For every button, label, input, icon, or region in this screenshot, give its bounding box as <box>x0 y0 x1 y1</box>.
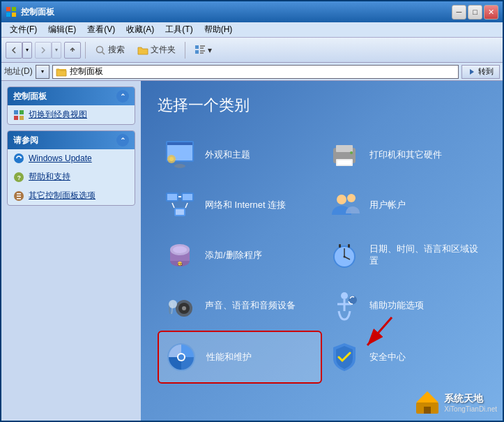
views-button[interactable]: ▾ <box>190 40 217 60</box>
svg-rect-57 <box>339 244 341 248</box>
main-window: 控制面板 ─ □ ✕ 文件(F) 编辑(E) 查看(V) 收藏(A) 工具(T)… <box>0 0 504 422</box>
sidebar-section-title-seealso: 请参阅 <box>13 135 38 146</box>
menu-tools[interactable]: 工具(T) <box>160 22 198 37</box>
category-sounds[interactable]: 声音、语音和音频设备 <box>158 280 322 331</box>
svg-point-29 <box>169 157 174 161</box>
minimize-button[interactable]: ─ <box>452 5 466 20</box>
classic-view-label: 切换到经典视图 <box>29 109 87 121</box>
sidebar-item-help[interactable]: ? 帮助和支持 <box>8 167 135 186</box>
back-button[interactable] <box>6 42 22 59</box>
categories-grid: 外观和主题 打印机和其它硬件 <box>158 130 486 384</box>
help-label: 帮助和支持 <box>29 171 70 183</box>
svg-point-49 <box>173 246 187 253</box>
menu-view[interactable]: 查看(V) <box>82 22 121 37</box>
svg-point-44 <box>337 195 346 204</box>
svg-rect-9 <box>200 50 205 52</box>
printers-icon <box>328 138 361 172</box>
sidebar-section-header-controlpanel[interactable]: 控制面板 ⌃ <box>8 87 135 105</box>
svg-rect-12 <box>56 69 66 70</box>
svg-line-5 <box>102 52 105 54</box>
svg-rect-74 <box>424 407 431 414</box>
svg-text:?: ? <box>17 174 22 181</box>
sidebar-item-windows-update[interactable]: Windows Update <box>8 149 135 167</box>
sounds-icon <box>163 289 197 322</box>
folders-button[interactable]: 文件夹 <box>132 40 181 60</box>
window-icon <box>6 6 17 17</box>
menu-file[interactable]: 文件(F) <box>4 22 43 37</box>
collapse-icon-1: ⌃ <box>116 90 129 103</box>
category-appearance[interactable]: 外观和主题 <box>158 130 322 180</box>
network-icon <box>163 188 197 222</box>
category-printers[interactable]: 打印机和其它硬件 <box>322 130 487 180</box>
search-button[interactable]: 搜索 <box>90 40 130 60</box>
svg-rect-1 <box>12 7 16 11</box>
category-datetime[interactable]: 日期、时间、语言和区域设置 <box>322 230 487 280</box>
forward-button[interactable] <box>35 42 52 59</box>
address-dropdown[interactable]: ▾ <box>36 65 49 79</box>
menu-favorites[interactable]: 收藏(A) <box>121 22 160 37</box>
addremove-icon: CD <box>163 239 197 272</box>
svg-rect-11 <box>200 52 204 54</box>
svg-rect-58 <box>348 244 350 248</box>
content-area: 控制面板 ⌃ 切换到经典视图 请参阅 ⌃ <box>1 81 503 421</box>
help-icon: ? <box>13 172 24 183</box>
svg-marker-73 <box>416 391 438 402</box>
menu-edit[interactable]: 编辑(E) <box>43 22 82 37</box>
svg-point-63 <box>341 292 348 299</box>
other-options-icon <box>13 190 24 202</box>
panel-title: 选择一个类别 <box>158 95 486 116</box>
svg-rect-15 <box>14 116 18 120</box>
svg-line-43 <box>185 203 188 208</box>
svg-rect-0 <box>6 7 10 11</box>
svg-point-69 <box>178 354 184 360</box>
sidebar-section-seealso: 请参阅 ⌃ Windows Update ? 帮助和 <box>7 130 135 206</box>
category-security[interactable]: 安全中心 <box>322 331 487 384</box>
forward-dropdown[interactable]: ▾ <box>52 42 61 59</box>
category-users[interactable]: 用户帐户 <box>322 180 487 230</box>
category-datetime-label: 日期、时间、语言和区域设置 <box>369 243 481 267</box>
appearance-icon <box>163 138 197 172</box>
svg-rect-33 <box>337 160 351 165</box>
security-icon <box>328 340 361 374</box>
other-options-label: 其它控制面板选项 <box>29 190 96 202</box>
main-panel: 选择一个类别 外观和主题 <box>141 81 503 421</box>
svg-rect-26 <box>167 142 192 145</box>
svg-point-27 <box>174 164 185 168</box>
window-controls: ─ □ ✕ <box>452 5 498 20</box>
sidebar-section-header-seealso[interactable]: 请参阅 ⌃ <box>8 131 135 149</box>
up-button[interactable] <box>64 42 81 59</box>
sidebar: 控制面板 ⌃ 切换到经典视图 请参阅 ⌃ <box>1 81 141 421</box>
category-printers-label: 打印机和其它硬件 <box>369 149 442 161</box>
category-network[interactable]: 网络和 Internet 连接 <box>158 180 322 230</box>
svg-rect-31 <box>336 145 353 152</box>
svg-rect-22 <box>17 195 21 197</box>
svg-rect-36 <box>167 194 177 200</box>
address-bar: 地址(D) ▾ 转到 <box>1 63 503 81</box>
back-dropdown[interactable]: ▾ <box>22 42 32 59</box>
category-performance[interactable]: 性能和维护 <box>158 331 322 384</box>
svg-rect-8 <box>195 50 199 54</box>
title-bar: 控制面板 ─ □ ✕ <box>1 1 503 22</box>
address-input[interactable] <box>70 67 455 77</box>
close-button[interactable]: ✕ <box>484 5 498 20</box>
toolbar-separator-1 <box>85 42 86 59</box>
go-button[interactable]: 转到 <box>461 65 500 79</box>
watermark-text: 系统天地 <box>444 393 497 405</box>
menu-help[interactable]: 帮助(H) <box>199 22 238 37</box>
category-accessibility[interactable]: 辅助功能选项 <box>322 280 487 331</box>
users-icon <box>328 188 361 222</box>
sidebar-item-other-options[interactable]: 其它控制面板选项 <box>8 186 135 205</box>
sidebar-item-classic-view[interactable]: 切换到经典视图 <box>8 105 135 124</box>
maximize-button[interactable]: □ <box>468 5 482 20</box>
category-addremove[interactable]: CD 添加/删除程序 <box>158 230 322 280</box>
svg-rect-6 <box>195 45 199 49</box>
address-input-wrap <box>52 65 459 79</box>
svg-line-42 <box>172 203 174 208</box>
datetime-icon <box>328 239 361 272</box>
svg-point-34 <box>350 151 353 154</box>
windows-update-label: Windows Update <box>29 153 92 163</box>
collapse-icon-2: ⌃ <box>116 134 129 146</box>
toolbar: ▾ ▾ 搜索 文件夹 <box>1 38 503 63</box>
svg-point-4 <box>97 46 103 52</box>
go-label: 转到 <box>478 66 494 77</box>
